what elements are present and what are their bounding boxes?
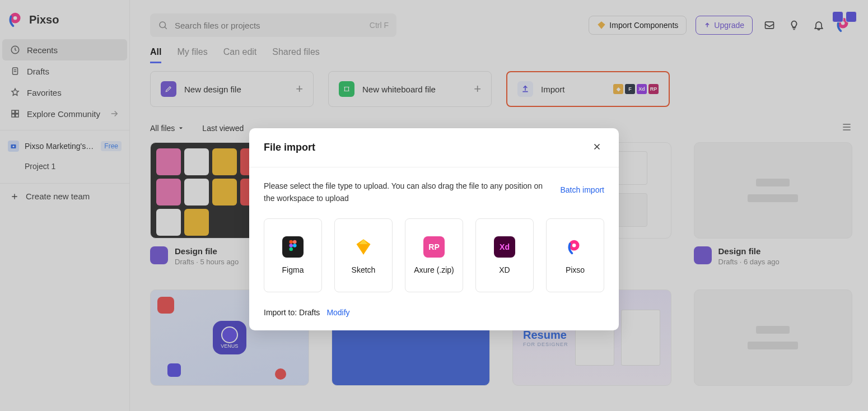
import-type-xd[interactable]: Xd XD: [475, 218, 534, 292]
modal-overlay[interactable]: File import Please select the file type …: [0, 0, 868, 411]
import-to-target: Drafts: [299, 308, 320, 317]
modal-description: Please select the file type to upload. Y…: [264, 180, 544, 205]
file-type-grid: Figma Sketch RP Axure (.zip) Xd XD: [264, 218, 604, 292]
import-destination: Import to: Drafts Modify: [264, 308, 604, 317]
import-type-pixso[interactable]: Pixso: [546, 218, 604, 292]
type-label: XD: [499, 265, 510, 274]
svg-point-14: [290, 240, 293, 244]
import-type-axure[interactable]: RP Axure (.zip): [405, 218, 463, 292]
batch-import-link[interactable]: Batch import: [560, 180, 604, 194]
pixso-icon: [564, 236, 586, 258]
close-icon: [592, 142, 602, 152]
svg-point-15: [293, 240, 297, 244]
axure-icon: RP: [423, 236, 445, 258]
file-import-modal: File import Please select the file type …: [249, 128, 619, 330]
modal-title: File import: [264, 142, 315, 153]
svg-point-16: [290, 244, 293, 247]
type-label: Pixso: [566, 265, 585, 274]
type-label: Figma: [282, 265, 304, 274]
figma-icon: [282, 236, 304, 258]
type-label: Sketch: [352, 265, 376, 274]
svg-point-18: [290, 247, 293, 251]
svg-point-21: [572, 244, 576, 247]
import-to-label: Import to:: [264, 308, 297, 317]
modal-close-button[interactable]: [590, 139, 604, 156]
modify-link[interactable]: Modify: [326, 308, 349, 317]
import-type-sketch[interactable]: Sketch: [334, 218, 393, 292]
sketch-icon: [353, 236, 374, 258]
import-type-figma[interactable]: Figma: [264, 218, 322, 292]
type-label: Axure (.zip): [414, 265, 454, 274]
svg-point-17: [293, 244, 297, 247]
xd-icon: Xd: [494, 236, 515, 258]
